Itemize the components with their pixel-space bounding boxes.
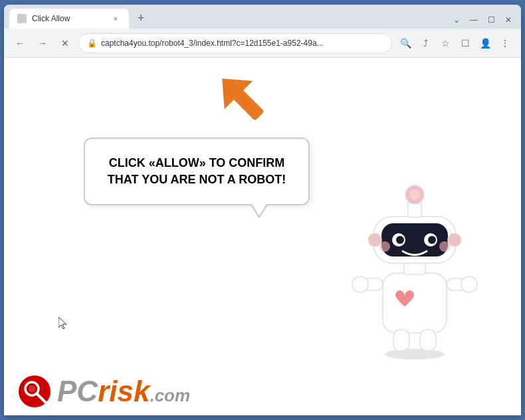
browser-tab[interactable]: Click Allow × [9, 9, 129, 29]
search-button[interactable]: 🔍 [396, 34, 415, 52]
pcrisk-pc-text: PC [57, 375, 98, 408]
tab-close-button[interactable]: × [110, 13, 121, 24]
page-content: CLICK «ALLOW» TO CONFIRM THAT YOU ARE NO… [4, 58, 521, 415]
mouse-cursor [58, 317, 68, 329]
tab-title: Click Allow [32, 14, 105, 23]
svg-marker-28 [58, 317, 66, 329]
svg-rect-9 [420, 330, 436, 351]
maximize-button[interactable]: ☐ [486, 15, 496, 25]
svg-point-21 [409, 189, 420, 200]
browser-toolbar: ← → ✕ 🔒 captcha4you.top/robot4_3/index.h… [4, 29, 521, 58]
pcrisk-risk-text: risk [98, 375, 150, 408]
new-tab-button[interactable]: + [132, 9, 150, 27]
chevron-down-icon[interactable]: ⌄ [452, 15, 461, 25]
address-text: captcha4you.top/robot4_3/index.html?c=12… [101, 39, 383, 48]
bookmark-button[interactable]: ☆ [436, 34, 455, 52]
pcrisk-dot-text: . [150, 385, 154, 406]
svg-point-26 [29, 385, 35, 392]
toolbar-actions: 🔍 ⤴ ☆ ☐ 👤 ⋮ [396, 34, 514, 52]
svg-point-14 [396, 236, 404, 244]
svg-rect-3 [383, 273, 447, 333]
bubble-message: CLICK «ALLOW» TO CONFIRM THAT YOU ARE NO… [104, 155, 290, 188]
menu-button[interactable]: ⋮ [496, 34, 514, 52]
back-button[interactable]: ← [11, 34, 29, 52]
svg-rect-12 [381, 223, 448, 257]
title-bar: Click Allow × + ⌄ — ☐ ✕ [4, 5, 521, 29]
svg-point-23 [448, 233, 461, 247]
share-button[interactable]: ⤴ [416, 34, 435, 52]
speech-bubble: CLICK «ALLOW» TO CONFIRM THAT YOU ARE NO… [84, 138, 310, 205]
reload-button[interactable]: ✕ [56, 34, 74, 52]
robot-character [348, 180, 481, 362]
extensions-button[interactable]: ☐ [456, 34, 474, 52]
svg-point-16 [428, 236, 436, 244]
svg-point-2 [385, 349, 445, 360]
minimize-button[interactable]: — [469, 15, 478, 25]
address-bar[interactable]: 🔒 captcha4you.top/robot4_3/index.html?c=… [78, 33, 392, 53]
svg-point-7 [461, 276, 477, 292]
tab-favicon [17, 14, 27, 23]
svg-rect-8 [393, 330, 409, 351]
pcrisk-logo: PC risk . com [17, 374, 190, 409]
lock-icon: 🔒 [87, 39, 97, 48]
svg-point-22 [368, 233, 381, 247]
svg-point-6 [352, 276, 368, 292]
pcrisk-com-text: com [155, 385, 190, 406]
forward-button[interactable]: → [33, 34, 52, 52]
profile-button[interactable]: 👤 [476, 34, 494, 52]
browser-window: Click Allow × + ⌄ — ☐ ✕ ← → ✕ 🔒 captcha4… [4, 5, 521, 415]
window-close-button[interactable]: ✕ [504, 15, 513, 25]
window-controls: ⌄ — ☐ ✕ [452, 15, 516, 29]
